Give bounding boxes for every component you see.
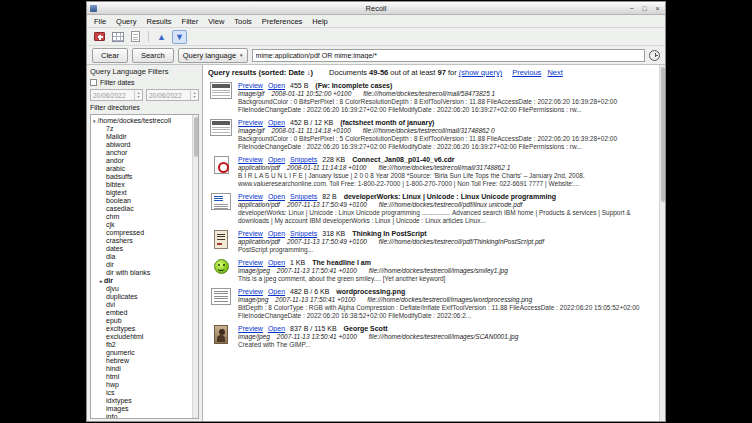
open-link[interactable]: Open [268, 193, 285, 200]
preview-link[interactable]: Preview [238, 156, 263, 163]
directory-tree: ▾ /home/dockes/testrecoll 7zMaildirabiwo… [90, 114, 199, 419]
preview-link[interactable]: Preview [238, 259, 263, 266]
search-button[interactable]: Search [132, 48, 174, 63]
tree-item-dates[interactable]: dates [93, 245, 190, 253]
tree-item-7z[interactable]: 7z [93, 125, 190, 133]
spinner-arrows-icon[interactable]: ▴▾ [134, 90, 142, 100]
date-from-spinner[interactable]: 20/06/2022 ▴▾ [90, 89, 143, 101]
search-input[interactable] [252, 49, 645, 62]
tree-root[interactable]: ▾ /home/dockes/testrecoll [93, 116, 190, 125]
preview-link[interactable]: Preview [238, 82, 263, 89]
tree-item-andor[interactable]: andor [93, 157, 190, 165]
tree-item-idxtypes[interactable]: idxtypes [93, 397, 190, 405]
preview-link[interactable]: Preview [238, 230, 263, 237]
tree-item-hindi[interactable]: hindi [93, 365, 190, 373]
open-link[interactable]: Open [268, 82, 285, 89]
menu-results[interactable]: Results [142, 16, 177, 27]
tree-item-casediac[interactable]: casediac [93, 205, 190, 213]
tree-item-crashers[interactable]: crashers [93, 237, 190, 245]
tree-item-bigtext[interactable]: bigtext [93, 189, 190, 197]
tree-item-ics[interactable]: ics [93, 389, 190, 397]
query-fragments-icon[interactable] [92, 30, 107, 44]
date-to-spinner[interactable]: 20/06/2022 ▴▾ [146, 89, 199, 101]
history-clock-icon[interactable] [649, 50, 660, 61]
snippets-link[interactable]: Snippets [290, 230, 317, 237]
tree-item-bibtex[interactable]: bibtex [93, 181, 190, 189]
documents-label: Documents [329, 68, 367, 77]
close-button[interactable]: × [653, 4, 662, 13]
spinner-arrows-icon[interactable]: ▴▾ [190, 90, 198, 100]
tree-item-html[interactable]: html [93, 373, 190, 381]
window-title: Recoll [87, 4, 665, 13]
tree-item-djvu[interactable]: djvu [93, 285, 190, 293]
tree-item-info[interactable]: info [93, 413, 190, 419]
tree-item-dir-with-blanks[interactable]: dir with blanks [93, 269, 190, 277]
snippets-link[interactable]: Snippets [290, 156, 317, 163]
menu-file[interactable]: File [89, 16, 111, 27]
tree-item-excltypes[interactable]: excltypes [93, 325, 190, 333]
tree-item-badsuffs[interactable]: badsuffs [93, 173, 190, 181]
preview-link[interactable]: Preview [238, 193, 263, 200]
tree-item-fb2[interactable]: fb2 [93, 341, 190, 349]
clear-button[interactable]: Clear [92, 48, 128, 63]
preview-link[interactable]: Preview [238, 325, 263, 332]
open-link[interactable]: Open [268, 119, 285, 126]
tree-item-images[interactable]: images [93, 405, 190, 413]
open-link[interactable]: Open [268, 156, 285, 163]
previous-link[interactable]: Previous [512, 68, 541, 77]
preview-link[interactable]: Preview [238, 288, 263, 295]
open-link[interactable]: Open [268, 325, 285, 332]
table-view-icon[interactable] [110, 30, 125, 44]
tree-item-dia[interactable]: dia [93, 253, 190, 261]
tree-item-gnumeric[interactable]: gnumeric [93, 349, 190, 357]
tree-item-dir[interactable]: dir [93, 261, 190, 269]
tree-item-epub[interactable]: epub [93, 317, 190, 325]
tree-item-boolean[interactable]: boolean [93, 197, 190, 205]
maximize-button[interactable]: □ [640, 4, 649, 13]
tree-item-hwp[interactable]: hwp [93, 381, 190, 389]
expander-closed-icon[interactable]: ▸ [100, 278, 104, 284]
menu-tools[interactable]: Tools [229, 16, 257, 27]
tree-item-Maildir[interactable]: Maildir [93, 133, 190, 141]
tree-item-abiword[interactable]: abiword [93, 141, 190, 149]
tree-item-duplicates[interactable]: duplicates [93, 293, 190, 301]
search-bar: Clear Search Query language ▾ [87, 46, 665, 65]
tree-scrollbar[interactable] [192, 115, 198, 418]
document-icon[interactable] [128, 30, 143, 44]
tree-item-dvi[interactable]: dvi [93, 301, 190, 309]
sort-newest-first-icon[interactable]: ▼ [172, 30, 187, 44]
results-scrollbar[interactable] [659, 65, 665, 421]
result-abstract: Created with The GIMP... [238, 341, 655, 349]
show-query-link[interactable]: (show query) [459, 68, 502, 77]
menu-view[interactable]: View [203, 16, 229, 27]
next-link[interactable]: Next [547, 68, 562, 77]
expander-open-icon[interactable]: ▾ [93, 118, 96, 124]
menu-help[interactable]: Help [307, 16, 332, 27]
open-link[interactable]: Open [268, 259, 285, 266]
minimize-button[interactable]: − [627, 4, 636, 13]
menu-preferences[interactable]: Preferences [257, 16, 307, 27]
tree-item-excludehtml[interactable]: excludehtml [93, 333, 190, 341]
tree-item-hebrew[interactable]: hebrew [93, 357, 190, 365]
ibm-doc-thumbnail [208, 192, 234, 225]
tree-item-cjk[interactable]: cjk [93, 221, 190, 229]
results-scrollbar-thumb[interactable] [661, 67, 665, 202]
menubar: FileQueryResultsFilterViewToolsPreferenc… [87, 15, 665, 28]
filter-dates-checkbox[interactable] [90, 79, 97, 86]
tree-item-embed[interactable]: embed [93, 309, 190, 317]
tree-item-chm[interactable]: chm [93, 213, 190, 221]
search-mode-select[interactable]: Query language ▾ [178, 48, 248, 63]
menu-filter[interactable]: Filter [177, 16, 204, 27]
snippets-link[interactable]: Snippets [290, 193, 317, 200]
sort-oldest-first-icon[interactable]: ▲ [154, 30, 169, 44]
menu-query[interactable]: Query [111, 16, 141, 27]
tree-scrollbar-thumb[interactable] [194, 117, 198, 157]
tree-item-compressed[interactable]: compressed [93, 229, 190, 237]
tree-item-arabic[interactable]: arabic [93, 165, 190, 173]
titlebar[interactable]: Recoll − □ × [87, 2, 665, 15]
preview-link[interactable]: Preview [238, 119, 263, 126]
tree-item-dir[interactable]: ▸ dir [93, 277, 190, 285]
tree-item-anchor[interactable]: anchor [93, 149, 190, 157]
open-link[interactable]: Open [268, 230, 285, 237]
open-link[interactable]: Open [268, 288, 285, 295]
